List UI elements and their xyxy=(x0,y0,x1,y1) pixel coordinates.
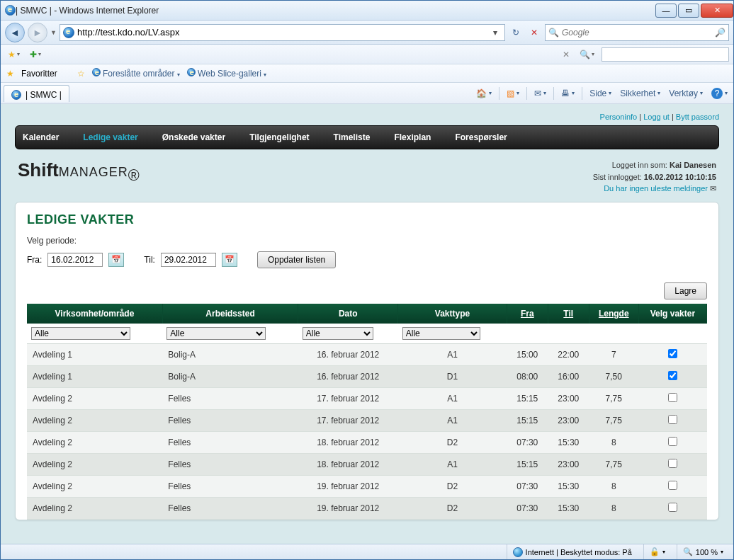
status-zoom[interactable]: 🔍 100 % ▾ xyxy=(677,544,729,559)
filter-dato[interactable]: Alle xyxy=(303,327,373,340)
add-to-favorites-button[interactable]: ✚▾ xyxy=(27,48,44,61)
refresh-button[interactable]: ↻ xyxy=(508,25,524,40)
web-slice-link[interactable]: Web Slice-galleri ▾ xyxy=(187,68,267,79)
home-button[interactable]: 🏠▾ xyxy=(473,87,495,100)
search-go-icon[interactable]: 🔎 xyxy=(715,28,725,38)
from-date-input[interactable] xyxy=(47,253,103,267)
to-calendar-icon[interactable]: 📅 xyxy=(222,253,237,267)
status-zone: Internett | Beskyttet modus: På xyxy=(507,544,638,559)
cell-virksomhet: Avdeling 1 xyxy=(27,343,162,365)
address-input[interactable] xyxy=(77,27,489,38)
address-dropdown-icon[interactable]: ▾ xyxy=(489,28,502,38)
select-shift-checkbox[interactable] xyxy=(668,437,677,446)
window-title: | SMWC | - Windows Internet Explorer xyxy=(16,6,654,16)
cell-vakttype: A1 xyxy=(398,387,507,409)
cell-til: 15:30 xyxy=(548,475,589,497)
to-date-input[interactable] xyxy=(161,253,216,267)
mail-button[interactable]: ✉▾ xyxy=(531,87,549,100)
forward-button[interactable]: ► xyxy=(28,23,47,42)
back-button[interactable]: ◄ xyxy=(5,23,25,42)
col-til[interactable]: Til xyxy=(548,304,589,324)
filter-virksomhet[interactable]: Alle xyxy=(31,327,130,340)
cell-dato: 19. februar 2012 xyxy=(298,475,398,497)
stop-button[interactable]: ✕ xyxy=(526,25,542,40)
nav-ledige-vakter[interactable]: Ledige vakter xyxy=(83,132,137,142)
nav-onskede-vakter[interactable]: Ønskede vakter xyxy=(162,132,225,142)
window-titlebar: | SMWC | - Windows Internet Explorer — ▭… xyxy=(1,1,733,21)
cell-lengde: 8 xyxy=(589,475,638,497)
logout-link[interactable]: Logg ut xyxy=(643,113,670,121)
cell-lengde: 7,50 xyxy=(589,365,638,387)
print-button[interactable]: 🖶▾ xyxy=(558,87,577,100)
cell-virksomhet: Avdeling 2 xyxy=(27,497,162,519)
cell-virksomhet: Avdeling 1 xyxy=(27,365,162,387)
update-list-button[interactable]: Oppdater listen xyxy=(257,251,336,268)
toolbar-search-icon[interactable]: 🔍▾ xyxy=(577,48,597,61)
table-row: Avdeling 2Felles18. februar 2012D207:301… xyxy=(27,431,707,453)
from-calendar-icon[interactable]: 📅 xyxy=(108,253,124,267)
maximize-button[interactable]: ▭ xyxy=(678,4,699,18)
cell-arbeidssted: Felles xyxy=(162,409,298,431)
nav-flexiplan[interactable]: Flexiplan xyxy=(394,132,431,142)
close-button[interactable]: ✕ xyxy=(701,4,733,18)
change-password-link[interactable]: Bytt passord xyxy=(676,113,719,121)
save-button[interactable]: Lagre xyxy=(664,282,707,299)
table-row: Avdeling 2Felles17. februar 2012A115:152… xyxy=(27,409,707,431)
status-protected-toggle[interactable]: 🔓▾ xyxy=(643,544,671,559)
cell-lengde: 7,75 xyxy=(589,409,638,431)
cell-virksomhet: Avdeling 2 xyxy=(27,453,162,475)
col-fra[interactable]: Fra xyxy=(507,304,548,324)
col-dato[interactable]: Dato xyxy=(298,304,398,324)
suggested-sites-link[interactable]: Foreslåtte områder ▾ xyxy=(92,68,180,79)
select-shift-checkbox[interactable] xyxy=(668,393,677,402)
minimize-button[interactable]: — xyxy=(655,4,677,18)
app-logo: ShiftMANAGER® xyxy=(18,159,140,185)
nav-tilgjengelighet[interactable]: Tilgjengelighet xyxy=(249,132,309,142)
address-bar[interactable]: ▾ xyxy=(60,24,505,41)
nav-timeliste[interactable]: Timeliste xyxy=(334,132,371,142)
toolbar-close-button[interactable]: ✕ xyxy=(560,48,572,61)
toolbar-search-input[interactable] xyxy=(602,47,729,62)
search-icon: 🔍 xyxy=(548,28,559,38)
browser-tab[interactable]: | SMWC | xyxy=(4,85,69,102)
cell-dato: 19. februar 2012 xyxy=(298,497,398,519)
select-shift-checkbox[interactable] xyxy=(668,371,677,380)
help-button[interactable]: ?▾ xyxy=(708,86,730,101)
cell-dato: 17. februar 2012 xyxy=(298,409,398,431)
col-lengde[interactable]: Lengde xyxy=(589,304,638,324)
nav-foresporsel[interactable]: Forespørsler xyxy=(455,132,507,142)
page-title: LEDIGE VAKTER xyxy=(27,212,707,227)
globe-icon xyxy=(513,547,523,557)
cell-arbeidssted: Felles xyxy=(162,475,298,497)
select-shift-checkbox[interactable] xyxy=(668,481,677,490)
col-velg[interactable]: Velg vakter xyxy=(638,304,706,324)
feeds-button[interactable]: ▧▾ xyxy=(504,87,522,100)
unread-messages-link[interactable]: Du har ingen uleste meldinger xyxy=(604,184,708,193)
cell-til: 23:00 xyxy=(548,409,589,431)
col-arbeidssted[interactable]: Arbeidssted xyxy=(162,304,298,324)
browser-search-input[interactable] xyxy=(562,28,715,38)
cell-til: 15:30 xyxy=(548,497,589,519)
select-shift-checkbox[interactable] xyxy=(668,349,677,358)
cell-vakttype: A1 xyxy=(398,453,507,475)
browser-search-box[interactable]: 🔍 🔎 xyxy=(545,24,729,41)
cell-dato: 18. februar 2012 xyxy=(298,453,398,475)
shifts-table: Virksomhet/område Arbeidssted Dato Vaktt… xyxy=(27,304,707,520)
filter-arbeidssted[interactable]: Alle xyxy=(166,327,266,340)
select-shift-checkbox[interactable] xyxy=(668,415,677,424)
select-shift-checkbox[interactable] xyxy=(668,503,677,512)
page-menu[interactable]: Side ▾ xyxy=(587,87,614,100)
login-info: Logget inn som: Kai Danesen Sist innlogg… xyxy=(593,159,716,195)
favorites-center-button[interactable]: ★▾ xyxy=(5,48,23,61)
cell-fra: 08:00 xyxy=(507,365,548,387)
col-virksomhet[interactable]: Virksomhet/område xyxy=(27,304,162,324)
tools-menu[interactable]: Verktøy ▾ xyxy=(666,87,706,100)
filter-vakttype[interactable]: Alle xyxy=(402,327,480,340)
history-dropdown-icon[interactable]: ▼ xyxy=(50,29,57,36)
nav-kalender[interactable]: Kalender xyxy=(23,132,59,142)
safety-menu[interactable]: Sikkerhet ▾ xyxy=(617,87,663,100)
select-shift-checkbox[interactable] xyxy=(668,459,677,468)
cell-lengde: 7,75 xyxy=(589,387,638,409)
personinfo-link[interactable]: Personinfo xyxy=(600,113,638,121)
col-vakttype[interactable]: Vakttype xyxy=(398,304,507,324)
